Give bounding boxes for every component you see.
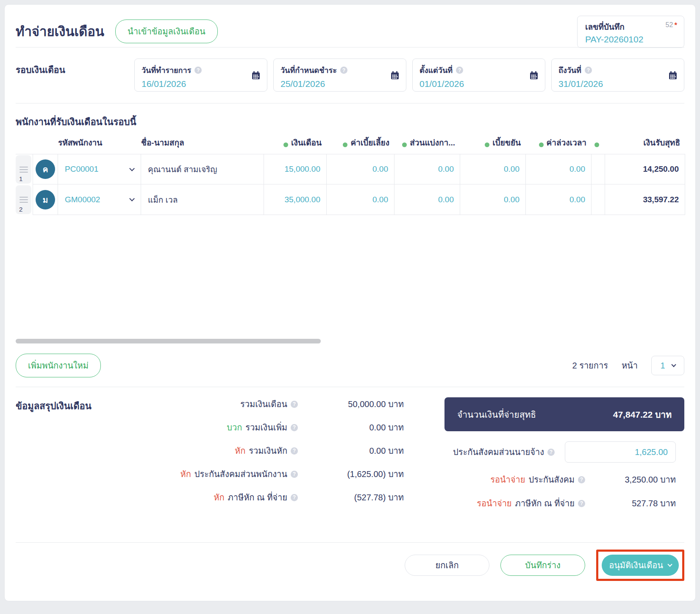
summary-label: ภาษีหัก ณ ที่จ่าย [228,491,287,504]
approve-payroll-button[interactable]: อนุมัติเงินเดือน [602,555,679,576]
footer-actions: ยกเลิก บันทึกร่าง อนุมัติเงินเดือน [16,543,684,588]
payroll-period-section: รอบเงินเดือน วันที่ทำรายการ? 16/01/2026 … [16,47,684,103]
overtime-cell[interactable]: 0.00 [526,184,592,215]
start-date-field[interactable]: ตั้งแต่วันที่? 01/01/2026 [412,59,545,92]
summary-value: 0.00 บาท [298,444,404,458]
help-icon[interactable]: ? [291,401,298,408]
diligence-cell[interactable]: 0.00 [460,184,526,215]
allowance-cell[interactable]: 0.00 [327,184,394,215]
chevron-down-icon [129,196,135,201]
horizontal-scrollbar[interactable] [16,339,321,343]
help-icon[interactable]: ? [194,67,202,74]
diligence-cell[interactable]: 0.00 [460,154,526,184]
table-empty-area [16,215,684,337]
page-select[interactable]: 1 [651,356,684,375]
items-count: 2 รายการ [572,359,608,372]
start-date-value: 01/01/2026 [419,79,538,89]
pending-value: 3,250.00 บาท [595,473,676,486]
green-dot-icon [594,142,599,147]
add-employee-button[interactable]: เพิ่มพนักงานใหม่ [16,354,101,377]
summary-totals: รวมเงินเดือน? 50,000.00 บาท บวกรวมเงินเพ… [129,397,404,542]
import-payroll-button[interactable]: นำเข้าข้อมูลเงินเดือน [115,20,218,43]
column-header-allowance: ค่าเบี้ยเลี้ยง [327,132,394,154]
required-asterisk: * [674,21,677,29]
help-icon[interactable]: ? [585,67,592,74]
summary-row-total-salary: รวมเงินเดือน? 50,000.00 บาท [129,397,404,411]
table-header-row: รหัสพนักงาน ชื่อ-นามสกุล เงินเดือน ค่าเบ… [16,132,684,154]
net-pay-label: จำนวนเงินที่จ่ายสุทธิ [457,407,536,421]
due-date-field[interactable]: วันที่กำหนดชำระ? 25/01/2026 [273,59,406,92]
divider [16,103,684,103]
allowance-cell[interactable]: 0.00 [327,154,394,184]
overtime-cell[interactable]: 0.00 [526,154,592,184]
minus-prefix: หัก [235,444,245,458]
calendar-icon[interactable] [669,71,677,80]
employee-code-select[interactable]: GM00002 [58,184,141,215]
record-count-badge: 52* [666,21,677,30]
summary-value: (1,625.00) บาท [298,467,404,481]
help-icon[interactable]: ? [578,500,585,507]
help-icon[interactable]: ? [291,471,298,478]
period-section-label: รอบเงินเดือน [16,59,134,92]
avatar: ม [36,190,55,209]
page-select-value: 1 [660,361,665,371]
employee-code-select[interactable]: PC00001 [58,154,141,184]
summary-value: 0.00 บาท [298,421,404,434]
green-dot-icon [283,142,288,147]
summary-label: ประกันสังคมส่วนพนักงาน [194,467,287,481]
payroll-card: ทำจ่ายเงินเดือน นำเข้าข้อมูลเงินเดือน เล… [4,4,696,601]
employee-name-cell: แม็ก เวล [141,184,264,215]
help-icon[interactable]: ? [291,424,298,431]
end-date-value: 31/01/2026 [558,79,677,89]
pending-label: ประกันสังคม [529,473,575,486]
summary-value: (527.78) บาท [298,491,404,504]
column-header-net: เงินรับสุทธิ [605,132,685,154]
share-cell[interactable]: 0.00 [394,184,460,215]
help-icon[interactable]: ? [291,447,298,455]
help-icon[interactable]: ? [547,449,555,456]
save-draft-button[interactable]: บันทึกร่าง [500,555,585,576]
calendar-icon[interactable] [391,71,399,80]
cancel-button[interactable]: ยกเลิก [405,555,489,576]
row-drag-handle[interactable]: 1 [16,155,31,184]
due-date-label: วันที่กำหนดชำระ [281,64,337,76]
table-row: 1 ค PC00001 คุณานนต์ สามเจริญ 15,000.00 … [16,154,684,184]
summary-row-total-additions: บวกรวมเงินเพิ่ม? 0.00 บาท [129,421,404,434]
table-row: 2 ม GM00002 แม็ก เวล 35,000.00 0.00 0.00… [16,184,684,215]
help-icon[interactable]: ? [578,476,585,483]
net-pay-box: จำนวนเงินที่จ่ายสุทธิ 47,847.22 บาท [444,397,684,431]
employee-name-cell: คุณานนต์ สามเจริญ [141,154,264,184]
column-header-name: ชื่อ-นามสกุล [141,132,264,154]
salary-cell[interactable]: 35,000.00 [264,184,327,215]
annotation-highlight: อนุมัติเงินเดือน [596,550,684,581]
calendar-icon[interactable] [530,71,538,80]
pending-prefix: รอนำจ่าย [477,497,511,510]
end-date-field[interactable]: ถึงวันที่? 31/01/2026 [551,59,684,92]
net-pay-cell: 33,597.22 [605,184,685,215]
help-icon[interactable]: ? [340,67,347,74]
column-header-extra [592,132,605,154]
column-header-share: ส่วนแบ่งกา... [394,132,460,154]
summary-label: รวมเงินเพิ่ม [245,421,287,434]
pending-ssf-row: รอนำจ่ายประกันสังคม? 3,250.00 บาท [444,473,684,486]
summary-row-employee-ssf: หักประกันสังคมส่วนพนักงาน? (1,625.00) บา… [129,467,404,481]
record-number-field[interactable]: เลขที่บันทึก 52* PAY-20260102 [577,16,684,48]
employee-avatar-cell: ม [33,184,58,215]
green-dot-icon [539,142,544,147]
page-title: ทำจ่ายเงินเดือน [16,21,104,42]
calendar-icon[interactable] [252,71,260,80]
employee-avatar-cell: ค [33,154,58,184]
extra-cell [592,154,605,184]
row-drag-handle[interactable]: 2 [16,185,31,214]
salary-cell[interactable]: 15,000.00 [264,154,327,184]
help-icon[interactable]: ? [456,67,463,74]
summary-net-panel: จำนวนเงินที่จ่ายสุทธิ 47,847.22 บาท ประก… [444,397,684,542]
row-number: 1 [19,175,22,182]
transaction-date-field[interactable]: วันที่ทำรายการ? 16/01/2026 [134,59,267,92]
page-label: หน้า [622,359,638,372]
help-icon[interactable]: ? [291,494,298,501]
net-pay-value: 47,847.22 บาท [613,407,672,421]
employer-ssf-input[interactable] [565,441,676,463]
record-number-value: PAY-20260102 [585,34,677,45]
share-cell[interactable]: 0.00 [394,154,460,184]
